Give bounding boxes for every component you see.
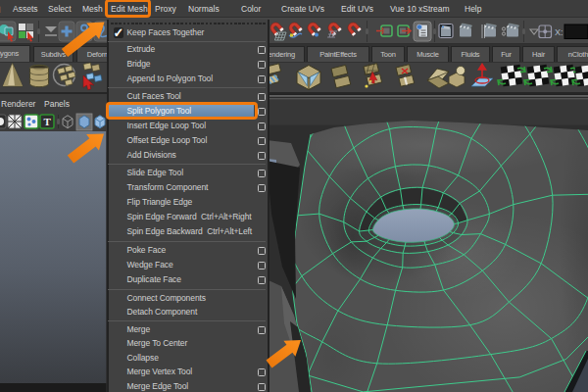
svg-text:X:: X: [555, 27, 564, 37]
svg-text:T: T [44, 116, 52, 127]
